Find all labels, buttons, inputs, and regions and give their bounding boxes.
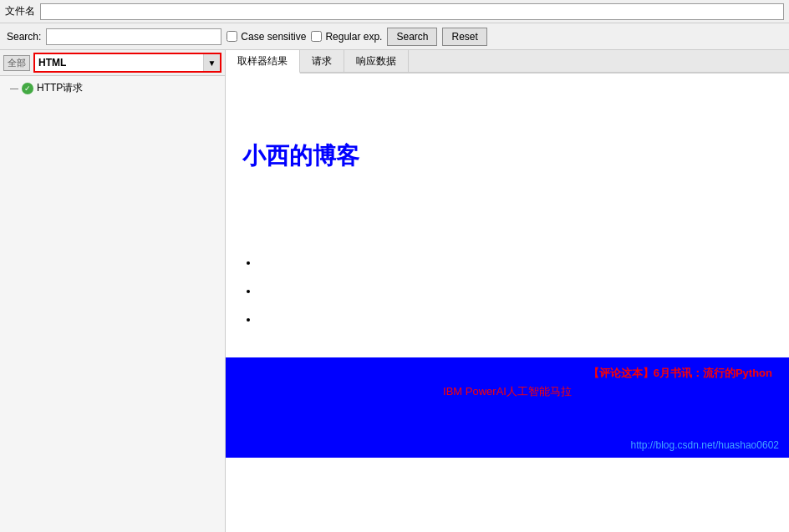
tab-sampler-result[interactable]: 取样器结果: [226, 50, 300, 73]
regex-checkbox[interactable]: [311, 31, 322, 42]
tabs-bar: 取样器结果 请求 响应数据: [226, 50, 789, 73]
filename-input[interactable]: [40, 3, 784, 20]
status-dot-ok: ✓: [22, 83, 33, 94]
blue-banner: 【评论这本】6月书讯：流行的Python IBM PowerAI人工智能马拉 h…: [226, 357, 789, 458]
search-label: Search:: [7, 31, 41, 43]
type-selector[interactable]: HTML ▼: [33, 53, 221, 73]
reset-button[interactable]: Reset: [442, 28, 486, 46]
content-area: 小西的博客 【评论这本】6月书讯：流行的Python IBM PowerAI人工…: [226, 73, 789, 532]
right-panel: 取样器结果 请求 响应数据 小西的博客 【评论这本】6月书讯：流行的Python…: [226, 50, 789, 532]
tab-response-data[interactable]: 响应数据: [344, 50, 409, 72]
tree-area: — ✓ HTTP请求: [0, 76, 225, 532]
sidebar-toolbar: 全部 HTML ▼: [0, 50, 225, 76]
tab-request[interactable]: 请求: [300, 50, 344, 72]
banner-url: http://blog.csdn.net/huashao0602: [631, 439, 779, 451]
search-input[interactable]: [46, 28, 221, 45]
type-selector-text: HTML: [35, 56, 203, 69]
tree-item-http[interactable]: — ✓ HTTP请求: [10, 79, 221, 97]
search-bar: Search: Case sensitive Regular exp. Sear…: [0, 23, 789, 50]
case-sensitive-label: Case sensitive: [241, 31, 306, 43]
banner-link-1[interactable]: 【评论这本】6月书讯：流行的Python: [242, 366, 772, 381]
list-item: [259, 284, 772, 297]
bullet-list: [226, 189, 789, 357]
main-container: 全部 HTML ▼ — ✓ HTTP请求 取样器结果 请求 响应数据: [0, 50, 789, 532]
search-button[interactable]: Search: [387, 28, 437, 46]
case-sensitive-checkbox[interactable]: [227, 31, 237, 42]
list-item: [259, 312, 772, 326]
list-item: [259, 256, 772, 269]
sidebar: 全部 HTML ▼ — ✓ HTTP请求: [0, 50, 226, 532]
banner-link-2[interactable]: IBM PowerAI人工智能马拉: [242, 384, 772, 399]
blog-title: 小西的博客: [226, 73, 789, 189]
filename-label: 文件名: [5, 4, 35, 18]
case-sensitive-group: Case sensitive: [227, 31, 306, 43]
type-selector-dropdown-arrow[interactable]: ▼: [203, 54, 220, 71]
regex-group: Regular exp.: [311, 31, 382, 43]
expand-collapse-button[interactable]: 全部: [3, 55, 30, 71]
regex-label: Regular exp.: [325, 31, 382, 43]
tree-item-label: HTTP请求: [37, 81, 83, 95]
tree-expand-icon[interactable]: —: [10, 84, 18, 93]
filename-bar: 文件名: [0, 0, 789, 23]
